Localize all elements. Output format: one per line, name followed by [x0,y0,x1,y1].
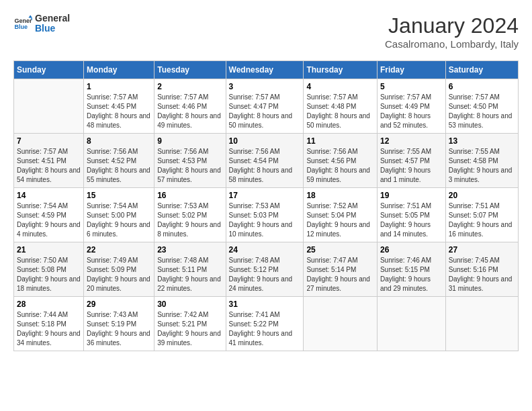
day-cell: 29Sunrise: 7:43 AMSunset: 5:19 PMDayligh… [84,297,154,351]
day-cell: 18Sunrise: 7:52 AMSunset: 5:04 PMDayligh… [304,188,378,242]
day-cell: 28Sunrise: 7:44 AMSunset: 5:18 PMDayligh… [14,297,84,351]
day-info: Sunrise: 7:54 AMSunset: 4:59 PMDaylight:… [17,201,81,239]
svg-marker-3 [28,15,32,18]
day-number: 17 [229,191,301,200]
day-cell: 11Sunrise: 7:56 AMSunset: 4:56 PMDayligh… [304,134,378,188]
day-cell: 2Sunrise: 7:57 AMSunset: 4:46 PMDaylight… [154,79,226,134]
day-number: 8 [87,136,151,146]
day-number: 5 [380,82,443,91]
week-row-0: 1Sunrise: 7:57 AMSunset: 4:45 PMDaylight… [14,79,519,134]
location-title: Casalromano, Lombardy, Italy [385,38,519,50]
day-number: 7 [17,136,81,146]
day-info: Sunrise: 7:56 AMSunset: 4:56 PMDaylight:… [306,147,374,185]
col-header-sunday: Sunday [14,61,84,79]
day-info: Sunrise: 7:49 AMSunset: 5:09 PMDaylight:… [87,256,151,293]
day-cell: 19Sunrise: 7:51 AMSunset: 5:05 PMDayligh… [377,188,445,242]
day-number: 18 [306,191,374,200]
col-header-friday: Friday [377,61,445,79]
logo: General Blue General Blue [13,13,70,34]
day-info: Sunrise: 7:47 AMSunset: 5:14 PMDaylight:… [306,256,374,293]
day-info: Sunrise: 7:57 AMSunset: 4:49 PMDaylight:… [380,93,443,130]
day-cell: 5Sunrise: 7:57 AMSunset: 4:49 PMDaylight… [377,79,445,134]
calendar-table: SundayMondayTuesdayWednesdayThursdayFrid… [13,60,519,351]
day-cell: 14Sunrise: 7:54 AMSunset: 4:59 PMDayligh… [14,188,84,242]
day-number: 2 [157,82,222,91]
day-info: Sunrise: 7:55 AMSunset: 4:57 PMDaylight:… [380,147,443,185]
day-info: Sunrise: 7:57 AMSunset: 4:47 PMDaylight:… [229,93,301,130]
day-cell: 6Sunrise: 7:57 AMSunset: 4:50 PMDaylight… [445,79,518,134]
day-info: Sunrise: 7:41 AMSunset: 5:22 PMDaylight:… [229,310,301,348]
day-cell [377,297,445,351]
day-number: 12 [380,136,443,146]
day-number: 22 [87,245,151,255]
day-number: 28 [17,300,81,309]
col-header-thursday: Thursday [304,61,378,79]
day-number: 29 [87,300,151,309]
day-info: Sunrise: 7:42 AMSunset: 5:21 PMDaylight:… [157,310,222,348]
logo-line1: General [35,13,70,24]
day-info: Sunrise: 7:50 AMSunset: 5:08 PMDaylight:… [17,256,81,293]
day-info: Sunrise: 7:56 AMSunset: 4:54 PMDaylight:… [229,147,301,185]
day-number: 31 [229,300,301,309]
col-header-saturday: Saturday [445,61,518,79]
logo-line2: Blue [35,24,70,34]
day-number: 10 [229,136,301,146]
week-row-3: 21Sunrise: 7:50 AMSunset: 5:08 PMDayligh… [14,242,519,297]
day-number: 16 [157,191,222,200]
day-cell: 31Sunrise: 7:41 AMSunset: 5:22 PMDayligh… [226,297,304,351]
day-number: 26 [380,245,443,255]
col-header-tuesday: Tuesday [154,61,226,79]
day-cell: 10Sunrise: 7:56 AMSunset: 4:54 PMDayligh… [226,134,304,188]
day-number: 1 [87,82,151,91]
day-info: Sunrise: 7:54 AMSunset: 5:00 PMDaylight:… [87,201,151,239]
week-row-4: 28Sunrise: 7:44 AMSunset: 5:18 PMDayligh… [14,297,519,351]
day-info: Sunrise: 7:48 AMSunset: 5:11 PMDaylight:… [157,256,222,293]
header: General Blue General Blue January 2024 C… [13,13,519,50]
day-number: 11 [306,136,374,146]
title-area: January 2024 Casalromano, Lombardy, Ital… [385,13,519,50]
day-cell: 25Sunrise: 7:47 AMSunset: 5:14 PMDayligh… [304,242,378,297]
day-cell: 24Sunrise: 7:48 AMSunset: 5:12 PMDayligh… [226,242,304,297]
day-cell: 13Sunrise: 7:55 AMSunset: 4:58 PMDayligh… [445,134,518,188]
day-cell: 15Sunrise: 7:54 AMSunset: 5:00 PMDayligh… [84,188,154,242]
header-row: SundayMondayTuesdayWednesdayThursdayFrid… [14,61,519,79]
day-info: Sunrise: 7:52 AMSunset: 5:04 PMDaylight:… [306,201,374,239]
day-info: Sunrise: 7:45 AMSunset: 5:16 PMDaylight:… [449,256,515,293]
day-number: 13 [449,136,515,146]
day-info: Sunrise: 7:51 AMSunset: 5:05 PMDaylight:… [380,201,443,239]
day-number: 3 [229,82,301,91]
day-number: 23 [157,245,222,255]
day-cell: 3Sunrise: 7:57 AMSunset: 4:47 PMDaylight… [226,79,304,134]
day-info: Sunrise: 7:43 AMSunset: 5:19 PMDaylight:… [87,310,151,348]
day-info: Sunrise: 7:44 AMSunset: 5:18 PMDaylight:… [17,310,81,348]
day-cell [14,79,84,134]
day-info: Sunrise: 7:57 AMSunset: 4:51 PMDaylight:… [17,147,81,185]
day-number: 24 [229,245,301,255]
day-number: 25 [306,245,374,255]
day-info: Sunrise: 7:57 AMSunset: 4:46 PMDaylight:… [157,93,222,130]
day-cell: 7Sunrise: 7:57 AMSunset: 4:51 PMDaylight… [14,134,84,188]
day-info: Sunrise: 7:53 AMSunset: 5:03 PMDaylight:… [229,201,301,239]
day-cell: 17Sunrise: 7:53 AMSunset: 5:03 PMDayligh… [226,188,304,242]
week-row-1: 7Sunrise: 7:57 AMSunset: 4:51 PMDaylight… [14,134,519,188]
day-number: 19 [380,191,443,200]
week-row-2: 14Sunrise: 7:54 AMSunset: 4:59 PMDayligh… [14,188,519,242]
day-info: Sunrise: 7:53 AMSunset: 5:02 PMDaylight:… [157,201,222,239]
day-number: 6 [449,82,515,91]
day-number: 27 [449,245,515,255]
day-number: 21 [17,245,81,255]
day-cell: 9Sunrise: 7:56 AMSunset: 4:53 PMDaylight… [154,134,226,188]
day-number: 30 [157,300,222,309]
day-cell: 27Sunrise: 7:45 AMSunset: 5:16 PMDayligh… [445,242,518,297]
day-cell: 26Sunrise: 7:46 AMSunset: 5:15 PMDayligh… [377,242,445,297]
day-cell: 23Sunrise: 7:48 AMSunset: 5:11 PMDayligh… [154,242,226,297]
day-info: Sunrise: 7:56 AMSunset: 4:53 PMDaylight:… [157,147,222,185]
day-cell [445,297,518,351]
day-info: Sunrise: 7:51 AMSunset: 5:07 PMDaylight:… [449,201,515,239]
day-info: Sunrise: 7:46 AMSunset: 5:15 PMDaylight:… [380,256,443,293]
day-cell: 16Sunrise: 7:53 AMSunset: 5:02 PMDayligh… [154,188,226,242]
day-number: 14 [17,191,81,200]
logo-icon: General Blue [13,14,32,33]
day-cell: 1Sunrise: 7:57 AMSunset: 4:45 PMDaylight… [84,79,154,134]
day-cell: 12Sunrise: 7:55 AMSunset: 4:57 PMDayligh… [377,134,445,188]
